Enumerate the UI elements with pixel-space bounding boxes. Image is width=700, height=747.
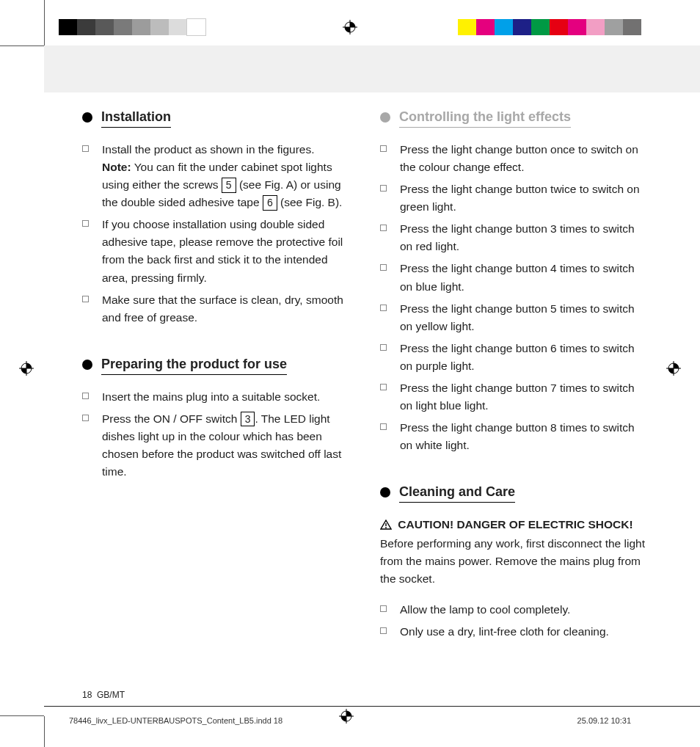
list-item: Press the light change button twice to s… [380,181,647,216]
square-bullet-icon [380,384,387,390]
list-item: Press the light change button 7 times to… [380,379,647,415]
list-item: Press the light change button 4 times to… [380,260,647,295]
color-swatch [132,19,150,35]
list-item: Install the product as shown in the figu… [82,141,349,211]
list-item-text: Install the product as shown in the figu… [102,141,349,211]
square-bullet-icon [82,415,89,421]
list-item-text: Make sure that the surface is clean, dry… [102,291,349,327]
footer-filename: 78446_livx_LED-UNTERBAUSPOTS_Content_LB5… [69,716,282,725]
color-swatch [458,19,476,35]
square-bullet-icon [380,145,387,152]
list-item: Press the ON / OFF switch 3. The LED lig… [82,410,349,481]
color-swatch [550,19,568,35]
registration-mark-bottom-icon [339,709,354,724]
list-item-text: Press the light change button 5 times to… [400,300,647,335]
reference-number-box: 5 [222,178,236,192]
list-item: If you choose installation using double … [82,216,349,286]
heading-controlling: Controlling the light effects [399,109,571,128]
list-item: Press the light change button 5 times to… [380,300,647,335]
square-bullet-icon [380,344,387,351]
square-bullet-icon [82,145,89,152]
header-band [44,45,700,92]
caution-bold: CAUTION! DANGER OF ELECTRIC SHOCK! [395,518,633,531]
square-bullet-icon [380,605,387,612]
color-swatch [586,19,605,35]
square-bullet-icon [82,220,89,227]
list-item: Insert the mains plug into a suitable so… [82,388,349,406]
color-swatch [605,19,623,35]
color-swatch [568,19,586,35]
crop-mark-icon [0,715,44,716]
svg-point-14 [385,527,387,528]
footer-rule [44,706,700,707]
color-swatch [169,19,187,35]
caution-paragraph: CAUTION! DANGER OF ELECTRIC SHOCK! Befor… [380,516,647,588]
list-item-text: Insert the mains plug into a suitable so… [102,388,349,406]
list-item: Allow the lamp to cool completely. [380,601,647,619]
list-item: Press the light change button once to sw… [380,141,647,176]
footer-datetime: 25.09.12 10:31 [577,716,631,725]
list-item-text: Allow the lamp to cool completely. [400,601,647,619]
page-number: 18 GB/MT [82,690,125,700]
color-swatch [114,19,132,35]
list-item-text: Press the light change button 6 times to… [400,340,647,375]
heading-installation: Installation [101,109,171,128]
square-bullet-icon [380,627,387,634]
list-item: Only use a dry, lint-free cloth for clea… [380,623,647,641]
color-swatch [623,19,641,35]
list-item-text: Press the ON / OFF switch 3. The LED lig… [102,410,349,481]
list-item-text: If you choose installation using double … [102,216,349,286]
warning-triangle-icon [380,517,392,535]
list-item-text: Press the light change button 3 times to… [400,220,647,255]
registration-mark-left-icon [19,361,34,376]
registration-mark-top-icon [343,20,357,34]
list-item-text: Press the light change button once to sw… [400,141,647,176]
square-bullet-icon [380,264,387,271]
reference-number-box: 3 [241,412,255,426]
reference-number-box: 6 [263,195,277,210]
crop-mark-icon [44,716,45,747]
color-swatch [77,19,95,35]
color-swatch [495,19,513,35]
color-swatch [205,19,458,35]
list-item: Press the light change button 6 times to… [380,340,647,375]
list-item-text: Only use a dry, lint-free cloth for clea… [400,623,647,641]
list-item: Make sure that the surface is clean, dry… [82,291,349,327]
heading-bullet-icon [82,112,92,123]
color-swatch [531,19,550,35]
color-swatch [95,19,114,35]
square-bullet-icon [380,305,387,311]
color-swatch [150,19,169,35]
square-bullet-icon [380,423,387,430]
color-swatch [513,19,531,35]
crop-mark-icon [44,0,45,45]
list-item-text: Press the light change button 4 times to… [400,260,647,295]
square-bullet-icon [82,296,89,302]
color-swatch [59,19,77,35]
left-column: Installation Install the product as show… [82,109,349,645]
heading-preparing: Preparing the product for use [101,356,287,375]
heading-bullet-icon [82,360,92,370]
heading-bullet-icon [380,112,390,123]
square-bullet-icon [380,185,387,192]
registration-mark-right-icon [666,361,681,376]
crop-mark-icon [0,45,44,46]
list-item: Press the light change button 3 times to… [380,220,647,255]
list-item: Press the light change button 8 times to… [380,419,647,454]
color-swatch [187,19,205,35]
caution-rest: Before performing any work, first discon… [380,537,645,585]
heading-bullet-icon [380,487,390,498]
heading-cleaning: Cleaning and Care [399,484,515,503]
square-bullet-icon [82,393,89,399]
square-bullet-icon [380,225,387,231]
list-item-text: Press the light change button twice to s… [400,181,647,216]
color-swatch [476,19,495,35]
list-item-text: Press the light change button 7 times to… [400,379,647,415]
right-column: Controlling the light effects Press the … [380,109,647,645]
list-item-text: Press the light change button 8 times to… [400,419,647,454]
